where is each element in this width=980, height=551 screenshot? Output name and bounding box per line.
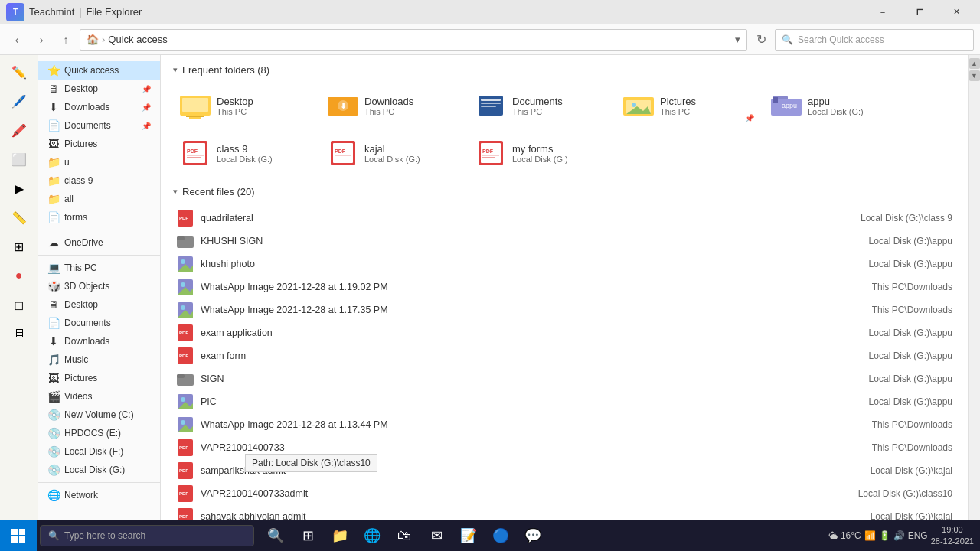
file-row[interactable]: WhatsApp Image 2021-12-28 at 1.17.35 PM … [173,298,956,321]
tool-ruler[interactable]: 📏 [5,204,33,231]
taskbar-store[interactable]: 🛍 [389,520,420,551]
forward-button[interactable]: › [31,29,52,51]
sidebar-item-quick-access[interactable]: ⭐ Quick access [38,61,160,80]
class9-folder-name: class 9 [217,143,308,155]
class9-folder-icon: PDF [180,139,211,167]
pictures-folder-icon [623,92,654,119]
sidebar-label-hpdocs: HPDOCS (E:) [64,428,121,439]
sidebar-item-u[interactable]: 📁 u [38,153,160,171]
tool-pen[interactable]: 🖊️ [5,87,33,115]
folder-kajal[interactable]: PDF kajal Local Disk (G:) [321,132,462,174]
taskbar-search-box[interactable]: 🔍 Type here to search [40,525,254,546]
sidebar-item-pictures2[interactable]: 🖼 Pictures [38,369,160,387]
tool-nav[interactable]: ▶ [5,174,33,202]
file-row[interactable]: PIC Local Disk (G:)\appu [173,390,956,413]
file-name: WhatsApp Image 2021-12-28 at 1.17.35 PM [201,305,799,315]
taskbar-edge[interactable]: 🌐 [357,520,387,551]
taskbar-teams[interactable]: 💬 [518,520,548,551]
pictures2-icon: 🖼 [47,372,60,384]
tool-pc[interactable]: 🖥 [5,320,33,347]
app-title: Teachmint [29,6,74,18]
sidebar-item-music[interactable]: 🎵 Music [38,350,160,369]
sidebar-item-network[interactable]: 🌐 Network [38,486,160,504]
folder-documents[interactable]: Documents This PC [469,85,610,126]
tool-grid[interactable]: ⊞ [5,233,33,260]
folder-appu[interactable]: appu appu Local Disk (G:) [764,85,906,126]
taskbar-fileexplorer[interactable]: 📁 [325,520,355,551]
svg-text:PDF: PDF [179,354,188,358]
taskbar-word[interactable]: 📝 [453,520,484,551]
svg-rect-53 [177,374,185,378]
search-box[interactable]: 🔍 Search Quick access [775,29,974,51]
file-row[interactable]: WhatsApp Image 2021-12-28 at 1.19.02 PM … [173,276,956,298]
folder-class9[interactable]: PDF class 9 Local Disk (G:) [173,132,315,174]
address-bar[interactable]: 🏠 › Quick access ▾ [80,29,747,51]
taskbar: 🔍 Type here to search 🔍 ⊞ 📁 🌐 🛍 ✉ 📝 🔵 💬 … [0,520,980,551]
sidebar-item-3dobjects[interactable]: 🎲 3D Objects [38,277,160,295]
file-row[interactable]: SIGN Local Disk (G:)\appu [173,367,956,390]
file-row[interactable]: PDF VAPR21001400733 This PC\Downloads [173,436,956,459]
tool-eraser[interactable]: ⬜ [5,145,33,173]
myforms-folder-sub: Local Disk (G:) [512,155,603,164]
sidebar-item-documents2[interactable]: 📄 Documents [38,314,160,332]
tool-pencil[interactable]: ✏️ [5,58,33,86]
svg-rect-34 [482,157,495,158]
sidebar-item-thispc[interactable]: 💻 This PC [38,259,160,277]
taskbar-chrome[interactable]: 🔵 [485,520,516,551]
sidebar-item-onedrive[interactable]: ☁ OneDrive [38,233,160,252]
taskbar-mail[interactable]: ✉ [421,520,452,551]
recent-files-title: Recent files (20) [182,186,255,197]
folder-desktop[interactable]: Desktop This PC [173,85,315,126]
maximize-button[interactable]: ⧠ [902,0,937,24]
svg-rect-3 [186,116,204,117]
file-row[interactable]: PDF samparikshak admit Local Disk (G:)\k… [173,459,956,482]
file-row[interactable]: PDF VAPR21001400733admit Local Disk (G:)… [173,482,956,505]
folder-myforms[interactable]: PDF my forms Local Disk (G:) [469,132,610,174]
time-label: 19:00 [931,524,974,536]
taskbar-taskview[interactable]: ⊞ [292,520,323,551]
file-row[interactable]: PDF exam form Local Disk (G:)\appu [173,344,956,367]
close-button[interactable]: ✕ [939,0,974,24]
sidebar-item-documents[interactable]: 📄 Documents 📌 [38,116,160,135]
start-button[interactable] [0,520,37,551]
back-button[interactable]: ‹ [6,29,28,51]
file-row[interactable]: PDF quadrilateral Local Disk (G:)\class … [173,207,956,230]
file-row[interactable]: PDF exam application Local Disk (G:)\app… [173,321,956,344]
taskbar-search-btn[interactable]: 🔍 [260,520,291,551]
up-button[interactable]: ↑ [55,29,77,51]
sidebar-item-desktop2[interactable]: 🖥 Desktop [38,295,160,314]
sidebar-item-downloads2[interactable]: ⬇ Downloads [38,332,160,350]
sidebar-item-forms[interactable]: 📄 forms [38,208,160,227]
sidebar-label-network: Network [64,490,98,500]
file-location: This PC\Downloads [799,419,952,430]
file-row[interactable]: khushi photo Local Disk (G:)\appu [173,253,956,276]
sidebar-item-pictures[interactable]: 🖼 Pictures [38,135,160,153]
sidebar-item-class9[interactable]: 📁 class 9 [38,171,160,190]
tool-marker[interactable]: 🖍️ [5,116,33,144]
right-panel-btn2[interactable]: ▼ [969,70,980,81]
right-panel-btn[interactable]: ▲ [969,58,980,69]
sidebar-item-localdiskg[interactable]: 💿 Local Disk (G:) [38,461,160,479]
sidebar-item-hpdocs[interactable]: 💿 HPDOCS (E:) [38,424,160,442]
sidebar-item-videos[interactable]: 🎬 Videos [38,387,160,406]
refresh-button[interactable]: ↻ [750,29,772,51]
tool-color[interactable]: ● [5,262,33,289]
sidebar-item-downloads[interactable]: ⬇ Downloads 📌 [38,98,160,116]
folder-downloads[interactable]: ⬇ Downloads This PC [321,85,462,126]
minimize-button[interactable]: − [865,0,900,24]
folder-pictures[interactable]: Pictures This PC 📌 [616,85,758,126]
downloads2-icon: ⬇ [47,335,60,347]
sidebar-item-all[interactable]: 📁 all [38,190,160,208]
svg-rect-33 [482,155,499,156]
newvolume-icon: 💿 [47,409,60,421]
myforms-folder-icon: PDF [475,139,506,167]
sidebar-item-localdiskf[interactable]: 💿 Local Disk (F:) [38,442,160,461]
frequent-folders-header[interactable]: ▾ Frequent folders (8) [173,64,956,76]
sidebar-item-newvolume[interactable]: 💿 New Volume (C:) [38,406,160,424]
recent-files-header[interactable]: ▾ Recent files (20) [173,186,956,197]
file-row[interactable]: WhatsApp Image 2021-12-28 at 1.13.44 PM … [173,413,956,436]
sidebar-item-desktop[interactable]: 🖥 Desktop 📌 [38,80,160,98]
forms-icon: 📄 [47,211,60,223]
tool-shapes[interactable]: ◻ [5,291,33,318]
file-row[interactable]: KHUSHI SIGN Local Disk (G:)\appu [173,230,956,253]
